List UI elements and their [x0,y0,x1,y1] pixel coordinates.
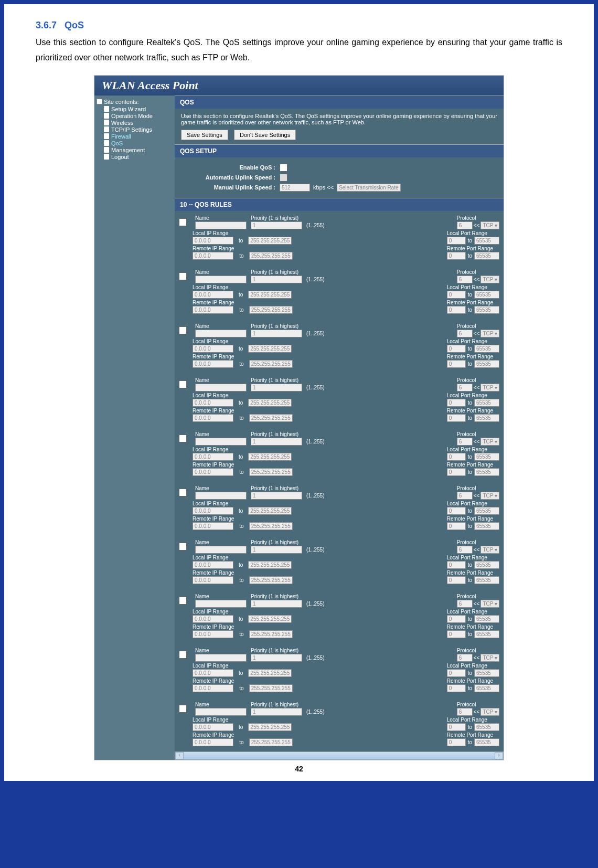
local-ip-from[interactable]: 0.0.0.0 [193,723,233,731]
remote-ip-from[interactable]: 0.0.0.0 [193,522,233,530]
remote-ip-from[interactable]: 0.0.0.0 [193,414,233,422]
remote-ip-from[interactable]: 0.0.0.0 [193,630,233,638]
transmission-rate-select[interactable]: Select Transmission Rate [337,184,400,192]
remote-ip-to[interactable]: 255.255.255.255 [249,576,293,584]
sidebar-item-operation-mode[interactable]: Operation Mode [97,113,173,119]
remote-port-to[interactable]: 65535 [474,684,499,692]
local-ip-to[interactable]: 255.255.255.255 [248,669,292,677]
remote-port-to[interactable]: 65535 [474,414,499,422]
remote-port-from[interactable]: 0 [447,306,466,314]
scroll-right-icon[interactable]: › [495,752,503,759]
local-port-from[interactable]: 0 [447,345,466,353]
local-port-from[interactable]: 0 [447,669,466,677]
remote-port-to[interactable]: 65535 [474,522,499,530]
sidebar-item-qos[interactable]: QoS [97,140,173,146]
remote-port-to[interactable]: 65535 [474,306,499,314]
remote-ip-from[interactable]: 0.0.0.0 [193,468,233,476]
local-port-from[interactable]: 0 [447,561,466,569]
remote-ip-from[interactable]: 0.0.0.0 [193,738,233,746]
dont-save-settings-button[interactable]: Don't Save Settings [234,130,296,140]
protocol-select[interactable]: TCP ▾ [480,546,499,554]
rule-enable-checkbox[interactable] [179,651,187,659]
save-settings-button[interactable]: Save Settings [181,130,228,140]
protocol-num-input[interactable]: 6 [457,384,473,391]
remote-port-from[interactable]: 0 [447,576,466,584]
rule-priority-input[interactable]: 1 [251,384,302,391]
rule-name-input[interactable] [195,438,247,446]
protocol-select[interactable]: TCP ▾ [480,330,499,337]
protocol-num-input[interactable]: 6 [457,492,473,500]
local-port-from[interactable]: 0 [447,291,466,299]
local-port-from[interactable]: 0 [447,453,466,461]
rule-enable-checkbox[interactable] [179,326,187,334]
local-ip-to[interactable]: 255.255.255.255 [248,561,292,569]
horizontal-scrollbar[interactable]: ‹ › [175,751,504,760]
auto-uplink-checkbox[interactable] [280,174,287,182]
local-ip-from[interactable]: 0.0.0.0 [193,615,233,623]
remote-ip-from[interactable]: 0.0.0.0 [193,252,233,260]
protocol-select[interactable]: TCP ▾ [480,708,499,716]
remote-port-to[interactable]: 65535 [474,738,499,746]
remote-port-to[interactable]: 65535 [474,252,499,260]
remote-ip-to[interactable]: 255.255.255.255 [249,630,293,638]
rule-enable-checkbox[interactable] [179,543,187,551]
local-ip-from[interactable]: 0.0.0.0 [193,345,233,353]
remote-ip-from[interactable]: 0.0.0.0 [193,306,233,314]
remote-ip-from[interactable]: 0.0.0.0 [193,684,233,692]
remote-ip-to[interactable]: 255.255.255.255 [249,522,293,530]
remote-ip-from[interactable]: 0.0.0.0 [193,360,233,368]
sidebar-item-wireless[interactable]: Wireless [97,120,173,126]
rule-name-input[interactable] [195,492,247,500]
remote-ip-to[interactable]: 255.255.255.255 [249,468,293,476]
rule-name-input[interactable] [195,708,247,716]
remote-port-to[interactable]: 65535 [474,576,499,584]
local-ip-to[interactable]: 255.255.255.255 [248,453,292,461]
rule-priority-input[interactable]: 1 [251,438,302,446]
local-ip-from[interactable]: 0.0.0.0 [193,561,233,569]
sidebar-item-logout[interactable]: Logout [97,154,173,160]
rule-enable-checkbox[interactable] [179,705,187,713]
remote-port-to[interactable]: 65535 [474,630,499,638]
manual-uplink-input[interactable]: 512 [280,184,310,192]
sidebar-item-setup-wizard[interactable]: Setup Wizard [97,106,173,112]
local-ip-to[interactable]: 255.255.255.255 [248,615,292,623]
rule-priority-input[interactable]: 1 [251,654,302,662]
local-port-from[interactable]: 0 [447,615,466,623]
remote-port-from[interactable]: 0 [447,468,466,476]
local-port-from[interactable]: 0 [447,507,466,515]
sidebar-item-firewall[interactable]: Firewall [97,133,173,140]
remote-ip-to[interactable]: 255.255.255.255 [249,306,293,314]
protocol-select[interactable]: TCP ▾ [480,384,499,391]
local-ip-to[interactable]: 255.255.255.255 [248,345,292,353]
local-port-from[interactable]: 0 [447,723,466,731]
local-port-to[interactable]: 65535 [474,669,499,677]
rule-enable-checkbox[interactable] [179,597,187,605]
local-ip-to[interactable]: 255.255.255.255 [248,507,292,515]
protocol-num-input[interactable]: 6 [457,330,473,337]
local-port-to[interactable]: 65535 [474,615,499,623]
protocol-num-input[interactable]: 6 [457,276,473,283]
remote-port-from[interactable]: 0 [447,360,466,368]
protocol-num-input[interactable]: 6 [457,438,473,446]
local-ip-to[interactable]: 255.255.255.255 [248,723,292,731]
local-port-to[interactable]: 65535 [474,507,499,515]
rule-name-input[interactable] [195,221,247,229]
sidebar-item-tcp-ip-settings[interactable]: TCP/IP Settings [97,126,173,133]
local-ip-from[interactable]: 0.0.0.0 [193,399,233,407]
protocol-select[interactable]: TCP ▾ [480,492,499,500]
rule-priority-input[interactable]: 1 [251,708,302,716]
rule-priority-input[interactable]: 1 [251,330,302,337]
rule-name-input[interactable] [195,276,247,283]
local-port-to[interactable]: 65535 [474,345,499,353]
remote-port-to[interactable]: 65535 [474,468,499,476]
protocol-num-input[interactable]: 6 [457,221,473,229]
local-port-to[interactable]: 65535 [474,291,499,299]
rule-name-input[interactable] [195,330,247,337]
remote-ip-from[interactable]: 0.0.0.0 [193,576,233,584]
protocol-select[interactable]: TCP ▾ [480,438,499,446]
protocol-select[interactable]: TCP ▾ [480,654,499,662]
remote-port-from[interactable]: 0 [447,684,466,692]
remote-port-to[interactable]: 65535 [474,360,499,368]
remote-ip-to[interactable]: 255.255.255.255 [249,414,293,422]
remote-ip-to[interactable]: 255.255.255.255 [249,252,293,260]
